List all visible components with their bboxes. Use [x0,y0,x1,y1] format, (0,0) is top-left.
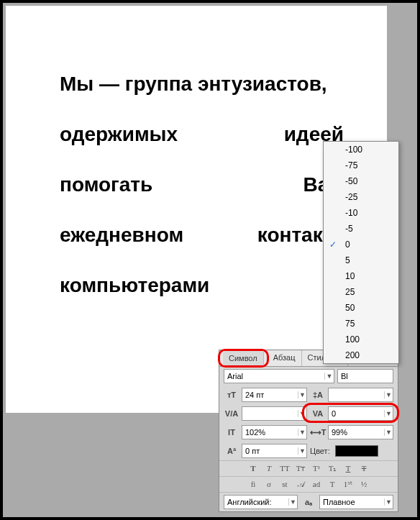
color-swatch[interactable] [335,445,378,457]
chevron-down-icon[interactable]: ▼ [298,447,306,455]
antialias-icon: aₐ [301,496,316,508]
word: одержимых [60,124,178,145]
font-size-field[interactable] [242,391,298,399]
dropdown-option[interactable]: -100 [324,142,398,158]
leading-field[interactable] [329,391,384,399]
opentype-row: fi σ st 𝒜 ad T 1ˢᵗ ½ [219,476,398,492]
underline-button[interactable]: T [342,464,354,473]
character-panel: Символ Абзац Стили аб ▼ тТ▼ ‡A▼ V/A▼ VA▼… [219,350,398,512]
tab-symbol[interactable]: Символ [223,351,264,365]
swash-button[interactable]: 𝒜 [295,480,306,489]
text-line: компьютерами [60,275,344,296]
kerning-field[interactable] [242,409,298,418]
bold-button[interactable]: T [247,464,259,473]
dropdown-option[interactable]: -25 [324,189,398,205]
font-style-field[interactable] [338,372,393,380]
chevron-down-icon[interactable]: ▼ [384,391,393,398]
dropdown-option[interactable]: 0 [324,237,398,252]
dropdown-option[interactable]: 5 [324,252,398,268]
dropdown-option[interactable]: -10 [324,205,398,221]
dropdown-option[interactable]: 100 [324,332,398,347]
text-line: помогать Вам [60,175,344,195]
chevron-down-icon[interactable]: ▼ [384,429,393,436]
word: помогать [60,175,152,195]
subscript-button[interactable]: T₁ [327,464,338,473]
tracking-dropdown[interactable]: -100-75-50-25-10-50510255075100200 [323,141,399,364]
text-line: ежедневном контакте [60,225,344,245]
smallcaps-button[interactable]: Tᴛ [295,464,306,473]
text-line: Мы — группа энтузиастов, [60,74,344,94]
antialias-field[interactable] [320,498,384,506]
contextual-button[interactable]: σ [263,480,275,489]
kerning-icon: V/A [224,407,239,420]
strike-button[interactable]: T [358,464,370,473]
allcaps-button[interactable]: TT [279,464,291,473]
word: ежедневном [60,225,183,245]
titling-button[interactable]: ad [311,480,322,489]
color-label: Цвет: [310,447,330,455]
stylistic-button[interactable]: st [279,480,291,489]
dropdown-option[interactable]: 25 [324,284,398,300]
leading-icon: ‡A [310,388,326,401]
chevron-down-icon[interactable]: ▼ [384,498,393,506]
ligature-button[interactable]: fi [247,480,259,489]
dropdown-option[interactable]: -50 [324,173,398,189]
ordinal-button[interactable]: T [327,480,338,489]
chevron-down-icon[interactable]: ▼ [298,391,306,398]
hscale-field[interactable] [329,428,384,437]
dropdown-option[interactable]: -5 [324,221,398,237]
chevron-down-icon[interactable]: ▼ [298,429,306,436]
oldstyle-button[interactable]: 1ˢᵗ [342,480,354,489]
document-text: Мы — группа энтузиастов, одержимых идеей… [60,74,344,326]
type-styles-row: T T TT Tᴛ T¹ T₁ T T [219,460,398,476]
chevron-down-icon[interactable]: ▼ [324,373,334,380]
hscale-icon: ⟷T [310,426,326,439]
font-family-field[interactable] [224,372,324,380]
dropdown-option[interactable]: -75 [324,158,398,173]
font-size-icon: тТ [224,388,239,401]
vscale-icon: IT [224,426,239,439]
superscript-button[interactable]: T¹ [311,464,322,473]
dropdown-option[interactable]: 50 [324,300,398,316]
dropdown-option[interactable]: 75 [324,316,398,332]
dropdown-option[interactable]: 10 [324,268,398,284]
dropdown-option[interactable]: 200 [324,347,398,363]
highlight-ring [302,403,399,423]
baseline-field[interactable] [242,447,298,455]
language-field[interactable] [224,498,288,506]
tab-paragraph[interactable]: Абзац [268,350,302,366]
baseline-icon: Aª [224,444,239,457]
text-line: одержимых идеей [60,124,344,145]
fraction-button[interactable]: ½ [358,480,370,489]
vscale-field[interactable] [242,428,298,437]
chevron-down-icon[interactable]: ▼ [288,498,297,506]
italic-button[interactable]: T [263,464,275,473]
